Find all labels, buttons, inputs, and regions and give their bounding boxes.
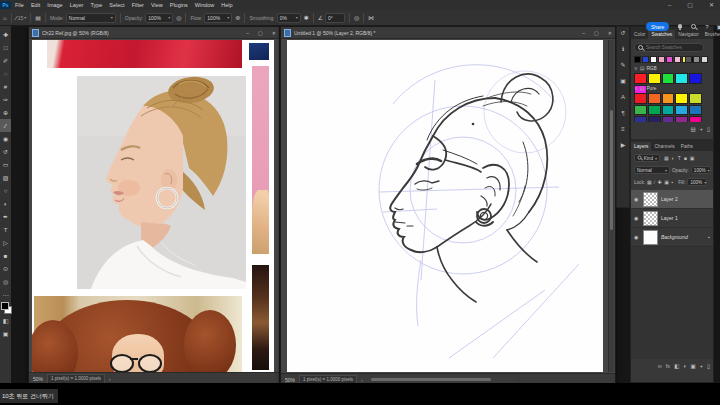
zoom-level[interactable]: 50% <box>285 377 295 383</box>
help-icon[interactable]: ? <box>705 24 708 30</box>
lock-pixels-icon[interactable]: ∕ <box>654 179 655 185</box>
filter-adjustment-layers-icon[interactable]: ◐ <box>672 155 675 161</box>
swatch[interactable] <box>650 56 657 63</box>
swatch[interactable] <box>674 56 681 63</box>
minimize-button[interactable]: – <box>668 2 671 8</box>
menu-item[interactable]: View <box>151 2 163 8</box>
reference-canvas[interactable] <box>32 40 274 372</box>
lasso-tool[interactable]: ✐ <box>0 54 11 67</box>
menu-item[interactable]: Image <box>47 2 62 8</box>
swatch[interactable] <box>701 56 708 63</box>
lock-artboard-icon[interactable]: ▣ <box>664 179 669 185</box>
maximize-button[interactable]: ▢ <box>687 2 693 8</box>
smoothing-options-gear-icon[interactable]: ✱ <box>304 14 309 21</box>
vertical-scrollbar-thumb[interactable] <box>610 110 613 230</box>
share-button[interactable]: Share <box>646 22 669 31</box>
smoothing-select[interactable]: 0% ▾ <box>277 13 301 23</box>
brush-preset-icon[interactable]: ∕ <box>16 15 17 21</box>
brush-settings-panel-icon[interactable]: ✎ <box>620 62 625 69</box>
layer-visibility-eye-icon[interactable]: ◉ <box>634 196 640 202</box>
path-selection-tool[interactable]: ▷ <box>0 236 11 249</box>
menu-item[interactable]: Help <box>221 2 232 8</box>
swatch[interactable] <box>662 73 675 84</box>
swatch[interactable] <box>648 73 661 84</box>
opacity-select[interactable]: 100% ▾ <box>145 13 173 23</box>
close-button[interactable]: ✕ <box>608 30 612 36</box>
screen-mode-button[interactable]: ▣ <box>0 327 11 340</box>
layers[interactable]: Layers <box>631 142 651 151</box>
swatch[interactable] <box>675 116 688 122</box>
swatch[interactable] <box>693 56 700 63</box>
maximize-button[interactable]: ▢ <box>594 30 599 36</box>
swatch[interactable] <box>662 105 675 116</box>
menu-item[interactable]: Layer <box>70 2 84 8</box>
adjustment-layer-icon[interactable]: ◐ <box>683 363 686 369</box>
swatch[interactable] <box>675 105 688 116</box>
clone-stamp-tool[interactable]: ◉ <box>0 132 11 145</box>
channels[interactable]: Channels <box>651 142 677 151</box>
swatch[interactable] <box>642 56 649 63</box>
delete-swatch-icon[interactable]: ▯ <box>707 126 710 132</box>
new-swatch-icon[interactable]: + <box>700 126 703 132</box>
layer-row[interactable]: ◉ Layer 1 ▪ <box>631 209 713 228</box>
color[interactable]: Color <box>631 30 648 39</box>
menu-item[interactable]: Window <box>195 2 215 8</box>
menu-item[interactable]: Filter <box>132 2 144 8</box>
layer-effects-icon[interactable]: fx <box>666 363 670 369</box>
lock-transparency-icon[interactable]: ▦ <box>647 179 652 185</box>
menu-item[interactable]: Type <box>90 2 102 8</box>
new-layer-icon[interactable]: + <box>700 363 703 369</box>
brush-settings-toggle-icon[interactable]: ▤ <box>35 14 41 21</box>
menu-item[interactable]: Edit <box>31 2 40 8</box>
brush-preset-caret-icon[interactable]: ▾ <box>24 15 26 20</box>
marquee-tool[interactable]: □ <box>0 41 11 54</box>
layer-filter-kind-select[interactable]: Kind ▾ <box>634 154 660 162</box>
swatch[interactable] <box>658 56 665 63</box>
reference-title-bar[interactable]: Ch22 Ref.jpg @ 50% (RGB/8) – ▢ ✕ <box>29 27 279 39</box>
swatch[interactable] <box>675 73 688 84</box>
swatch[interactable] <box>666 56 673 63</box>
chevron-down-icon[interactable]: ∨ <box>634 85 638 91</box>
lock-all-icon[interactable]: ▪ <box>672 179 674 185</box>
vertical-scrollbar[interactable] <box>608 40 614 372</box>
swatch-group-rgb-header[interactable]: ∨ ▤ RGB <box>634 65 657 71</box>
zoom-tool[interactable]: ◎ <box>0 275 11 288</box>
swatch[interactable] <box>689 73 702 84</box>
quick-mask-button[interactable]: ◧ <box>0 314 11 327</box>
info-panel-icon[interactable]: ℹ <box>622 46 624 53</box>
paths[interactable]: Paths <box>678 142 696 151</box>
history-panel-icon[interactable]: ↺ <box>620 30 625 37</box>
swatches[interactable]: Swatches <box>648 30 675 39</box>
layer-fill-select[interactable]: 100% ▾ <box>687 178 707 186</box>
character-panel-icon[interactable]: A <box>621 94 625 101</box>
swatch[interactable] <box>648 105 661 116</box>
brushes[interactable]: Brushes <box>702 30 720 39</box>
navigator[interactable]: Navigator <box>675 30 702 39</box>
menu-item[interactable]: Select <box>109 2 124 8</box>
minimize-button[interactable]: – <box>582 30 585 36</box>
swatch[interactable] <box>648 116 661 122</box>
history-brush-tool[interactable]: ↺ <box>0 145 11 158</box>
swatch[interactable] <box>648 93 661 104</box>
blend-mode-select[interactable]: Normal ▾ <box>634 166 670 174</box>
status-arrow-icon[interactable]: › <box>361 377 363 383</box>
brush-tool[interactable]: ∕ <box>0 119 11 132</box>
home-icon[interactable]: ⌂ <box>3 15 7 21</box>
spot-healing-tool[interactable]: ⊕ <box>0 106 11 119</box>
chevron-down-icon[interactable]: ∨ <box>634 65 638 71</box>
layer-mask-icon[interactable]: ◧ <box>674 363 679 369</box>
sketch-canvas[interactable] <box>287 40 603 372</box>
swatch[interactable] <box>634 73 647 84</box>
link-layers-icon[interactable]: ∞ <box>658 363 662 369</box>
eyedropper-tool[interactable]: ✑ <box>0 93 11 106</box>
rectangle-tool[interactable]: ■ <box>0 249 11 262</box>
type-tool[interactable]: T <box>0 223 11 236</box>
pressure-size-icon[interactable]: ◎ <box>354 14 359 21</box>
horizontal-scrollbar[interactable] <box>367 377 517 382</box>
swatch[interactable] <box>662 116 675 122</box>
foreground-color-swatch[interactable] <box>1 302 9 310</box>
hand-tool[interactable]: ⊙ <box>0 262 11 275</box>
swatch[interactable] <box>634 105 647 116</box>
symmetry-icon[interactable]: ⋈ <box>368 14 374 21</box>
new-group-icon[interactable]: ▤ <box>691 126 696 132</box>
